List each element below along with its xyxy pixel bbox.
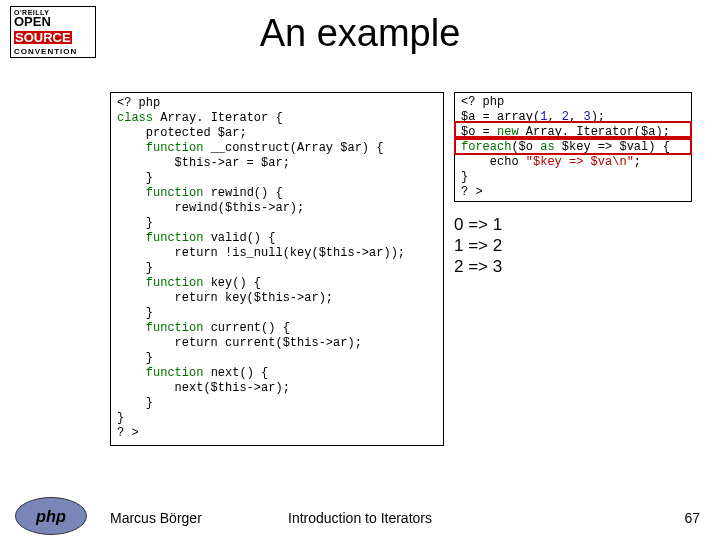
output-line: 1 => 2 (454, 235, 692, 256)
code-text: , (547, 110, 561, 124)
code-line: return key($this->ar); (117, 291, 333, 305)
logo-open: OPEN (14, 16, 92, 28)
code-str: "$key => $va\n" (526, 155, 634, 169)
code-text: key (211, 276, 233, 290)
code-text: Array. Iterator($a); (526, 125, 670, 139)
code-left: <? php class Array. Iterator { protected… (110, 92, 444, 446)
code-line: } (117, 351, 153, 365)
code-line: } (117, 171, 153, 185)
code-line: $this->ar = $ar; (117, 156, 290, 170)
code-line: } (117, 306, 153, 320)
code-text: () { (239, 366, 268, 380)
code-text: rewind (211, 186, 254, 200)
code-line: } (117, 216, 153, 230)
code-text: () { (261, 321, 290, 335)
code-kw: function (117, 141, 211, 155)
output-box: 0 => 1 1 => 2 2 => 3 (454, 214, 692, 277)
output-line: 2 => 3 (454, 256, 692, 277)
code-kw: function (117, 186, 211, 200)
logo-source: SOURCE (14, 31, 72, 44)
code-kw: class (117, 111, 160, 125)
code-kw: new (497, 125, 526, 139)
code-text: echo (461, 155, 526, 169)
code-num: 3 (583, 110, 590, 124)
code-text: () { (232, 276, 261, 290)
code-text: $o = (461, 125, 497, 139)
code-kw: function (117, 366, 211, 380)
code-text: valid (211, 231, 247, 245)
code-line: rewind($this->ar); (117, 201, 304, 215)
output-line: 0 => 1 (454, 214, 692, 235)
code-line: next($this->ar); (117, 381, 290, 395)
code-text: ($o (511, 140, 540, 154)
code-text: { (275, 111, 282, 125)
code-line: <? php (461, 95, 504, 109)
oreilly-logo: O'REILLY OPEN SOURCE CONVENTION (10, 6, 96, 58)
code-text: __construct (211, 141, 290, 155)
footer-pagenum: 67 (684, 510, 700, 526)
code-text: ); (591, 110, 605, 124)
code-kw: foreach (461, 140, 511, 154)
code-line: protected $ar; (117, 126, 247, 140)
code-text: next (211, 366, 240, 380)
footer-subtitle: Introduction to Iterators (0, 510, 720, 526)
code-line: } (117, 396, 153, 410)
code-kw: function (117, 231, 211, 245)
code-text: ; (634, 155, 641, 169)
code-kw: function (117, 276, 211, 290)
code-text: current (211, 321, 261, 335)
code-line: return !is_null(key($this->ar)); (117, 246, 405, 260)
code-text: () { (247, 231, 276, 245)
footer: Marcus Börger Introduction to Iterators … (0, 500, 720, 530)
code-text: $key => $val) { (562, 140, 670, 154)
code-text: () { (254, 186, 283, 200)
code-line: } (461, 170, 468, 184)
slide-title: An example (0, 0, 720, 55)
code-right: <? php $a = array(1, 2, 3); $o = new Arr… (454, 92, 692, 202)
code-text: (Array $ar) { (290, 141, 384, 155)
code-kw: function (117, 321, 211, 335)
code-line: return current($this->ar); (117, 336, 362, 350)
code-text: Array. Iterator (160, 111, 275, 125)
code-line: ? > (461, 185, 483, 199)
code-text: $a = array( (461, 110, 540, 124)
code-line: <? php (117, 96, 160, 110)
code-text: , (569, 110, 583, 124)
code-line: } (117, 261, 153, 275)
code-num: 2 (562, 110, 569, 124)
code-kw: as (540, 140, 562, 154)
code-line: } (117, 411, 124, 425)
logo-convention: CONVENTION (14, 47, 92, 56)
code-line: ? > (117, 426, 139, 440)
